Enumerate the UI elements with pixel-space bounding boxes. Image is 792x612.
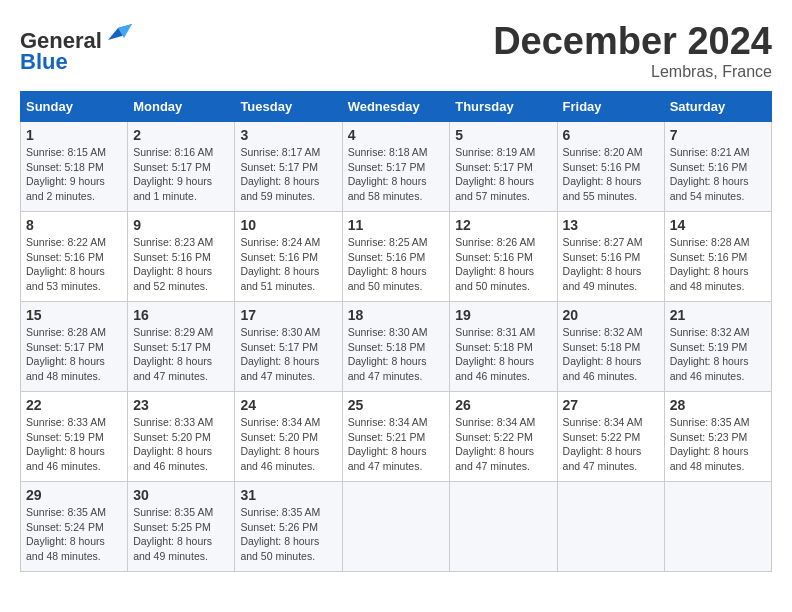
- day-info: Sunrise: 8:34 AMSunset: 5:22 PMDaylight:…: [563, 415, 659, 474]
- day-number: 26: [455, 397, 551, 413]
- day-info: Sunrise: 8:31 AMSunset: 5:18 PMDaylight:…: [455, 325, 551, 384]
- day-info: Sunrise: 8:28 AMSunset: 5:17 PMDaylight:…: [26, 325, 122, 384]
- page-header: General Blue December 2024 Lembras, Fran…: [20, 20, 772, 81]
- day-info: Sunrise: 8:33 AMSunset: 5:19 PMDaylight:…: [26, 415, 122, 474]
- day-number: 20: [563, 307, 659, 323]
- day-cell-28: 28Sunrise: 8:35 AMSunset: 5:23 PMDayligh…: [664, 392, 771, 482]
- empty-cell: [450, 482, 557, 572]
- day-info: Sunrise: 8:30 AMSunset: 5:18 PMDaylight:…: [348, 325, 445, 384]
- day-info: Sunrise: 8:15 AMSunset: 5:18 PMDaylight:…: [26, 145, 122, 204]
- day-number: 27: [563, 397, 659, 413]
- day-cell-4: 4Sunrise: 8:18 AMSunset: 5:17 PMDaylight…: [342, 122, 450, 212]
- day-cell-23: 23Sunrise: 8:33 AMSunset: 5:20 PMDayligh…: [128, 392, 235, 482]
- day-number: 1: [26, 127, 122, 143]
- day-info: Sunrise: 8:33 AMSunset: 5:20 PMDaylight:…: [133, 415, 229, 474]
- calendar: SundayMondayTuesdayWednesdayThursdayFrid…: [20, 91, 772, 572]
- header-thursday: Thursday: [450, 92, 557, 122]
- day-number: 3: [240, 127, 336, 143]
- day-cell-8: 8Sunrise: 8:22 AMSunset: 5:16 PMDaylight…: [21, 212, 128, 302]
- day-cell-15: 15Sunrise: 8:28 AMSunset: 5:17 PMDayligh…: [21, 302, 128, 392]
- header-saturday: Saturday: [664, 92, 771, 122]
- day-cell-22: 22Sunrise: 8:33 AMSunset: 5:19 PMDayligh…: [21, 392, 128, 482]
- day-info: Sunrise: 8:27 AMSunset: 5:16 PMDaylight:…: [563, 235, 659, 294]
- day-info: Sunrise: 8:34 AMSunset: 5:22 PMDaylight:…: [455, 415, 551, 474]
- calendar-week-4: 22Sunrise: 8:33 AMSunset: 5:19 PMDayligh…: [21, 392, 772, 482]
- day-number: 29: [26, 487, 122, 503]
- header-wednesday: Wednesday: [342, 92, 450, 122]
- day-number: 5: [455, 127, 551, 143]
- day-info: Sunrise: 8:24 AMSunset: 5:16 PMDaylight:…: [240, 235, 336, 294]
- calendar-week-5: 29Sunrise: 8:35 AMSunset: 5:24 PMDayligh…: [21, 482, 772, 572]
- day-cell-1: 1Sunrise: 8:15 AMSunset: 5:18 PMDaylight…: [21, 122, 128, 212]
- day-info: Sunrise: 8:34 AMSunset: 5:21 PMDaylight:…: [348, 415, 445, 474]
- day-number: 2: [133, 127, 229, 143]
- day-number: 16: [133, 307, 229, 323]
- day-number: 6: [563, 127, 659, 143]
- day-cell-7: 7Sunrise: 8:21 AMSunset: 5:16 PMDaylight…: [664, 122, 771, 212]
- calendar-week-3: 15Sunrise: 8:28 AMSunset: 5:17 PMDayligh…: [21, 302, 772, 392]
- logo-bird-icon: [104, 20, 132, 48]
- day-cell-24: 24Sunrise: 8:34 AMSunset: 5:20 PMDayligh…: [235, 392, 342, 482]
- day-info: Sunrise: 8:35 AMSunset: 5:24 PMDaylight:…: [26, 505, 122, 564]
- day-info: Sunrise: 8:23 AMSunset: 5:16 PMDaylight:…: [133, 235, 229, 294]
- day-info: Sunrise: 8:32 AMSunset: 5:18 PMDaylight:…: [563, 325, 659, 384]
- day-number: 31: [240, 487, 336, 503]
- day-number: 10: [240, 217, 336, 233]
- day-number: 13: [563, 217, 659, 233]
- day-cell-9: 9Sunrise: 8:23 AMSunset: 5:16 PMDaylight…: [128, 212, 235, 302]
- calendar-week-1: 1Sunrise: 8:15 AMSunset: 5:18 PMDaylight…: [21, 122, 772, 212]
- day-cell-20: 20Sunrise: 8:32 AMSunset: 5:18 PMDayligh…: [557, 302, 664, 392]
- day-info: Sunrise: 8:32 AMSunset: 5:19 PMDaylight:…: [670, 325, 766, 384]
- day-info: Sunrise: 8:35 AMSunset: 5:25 PMDaylight:…: [133, 505, 229, 564]
- day-info: Sunrise: 8:35 AMSunset: 5:23 PMDaylight:…: [670, 415, 766, 474]
- header-sunday: Sunday: [21, 92, 128, 122]
- day-info: Sunrise: 8:35 AMSunset: 5:26 PMDaylight:…: [240, 505, 336, 564]
- day-info: Sunrise: 8:29 AMSunset: 5:17 PMDaylight:…: [133, 325, 229, 384]
- day-info: Sunrise: 8:21 AMSunset: 5:16 PMDaylight:…: [670, 145, 766, 204]
- day-cell-2: 2Sunrise: 8:16 AMSunset: 5:17 PMDaylight…: [128, 122, 235, 212]
- calendar-header-row: SundayMondayTuesdayWednesdayThursdayFrid…: [21, 92, 772, 122]
- day-info: Sunrise: 8:20 AMSunset: 5:16 PMDaylight:…: [563, 145, 659, 204]
- day-cell-18: 18Sunrise: 8:30 AMSunset: 5:18 PMDayligh…: [342, 302, 450, 392]
- day-info: Sunrise: 8:22 AMSunset: 5:16 PMDaylight:…: [26, 235, 122, 294]
- day-number: 28: [670, 397, 766, 413]
- day-cell-29: 29Sunrise: 8:35 AMSunset: 5:24 PMDayligh…: [21, 482, 128, 572]
- day-cell-16: 16Sunrise: 8:29 AMSunset: 5:17 PMDayligh…: [128, 302, 235, 392]
- day-cell-17: 17Sunrise: 8:30 AMSunset: 5:17 PMDayligh…: [235, 302, 342, 392]
- day-info: Sunrise: 8:34 AMSunset: 5:20 PMDaylight:…: [240, 415, 336, 474]
- day-cell-21: 21Sunrise: 8:32 AMSunset: 5:19 PMDayligh…: [664, 302, 771, 392]
- day-number: 21: [670, 307, 766, 323]
- day-cell-26: 26Sunrise: 8:34 AMSunset: 5:22 PMDayligh…: [450, 392, 557, 482]
- day-number: 8: [26, 217, 122, 233]
- day-info: Sunrise: 8:28 AMSunset: 5:16 PMDaylight:…: [670, 235, 766, 294]
- day-cell-6: 6Sunrise: 8:20 AMSunset: 5:16 PMDaylight…: [557, 122, 664, 212]
- day-cell-30: 30Sunrise: 8:35 AMSunset: 5:25 PMDayligh…: [128, 482, 235, 572]
- day-cell-25: 25Sunrise: 8:34 AMSunset: 5:21 PMDayligh…: [342, 392, 450, 482]
- day-number: 9: [133, 217, 229, 233]
- day-number: 22: [26, 397, 122, 413]
- day-number: 12: [455, 217, 551, 233]
- day-number: 4: [348, 127, 445, 143]
- empty-cell: [342, 482, 450, 572]
- header-friday: Friday: [557, 92, 664, 122]
- day-number: 24: [240, 397, 336, 413]
- day-number: 14: [670, 217, 766, 233]
- empty-cell: [557, 482, 664, 572]
- empty-cell: [664, 482, 771, 572]
- day-cell-13: 13Sunrise: 8:27 AMSunset: 5:16 PMDayligh…: [557, 212, 664, 302]
- day-info: Sunrise: 8:25 AMSunset: 5:16 PMDaylight:…: [348, 235, 445, 294]
- location: Lembras, France: [493, 63, 772, 81]
- day-cell-19: 19Sunrise: 8:31 AMSunset: 5:18 PMDayligh…: [450, 302, 557, 392]
- day-cell-11: 11Sunrise: 8:25 AMSunset: 5:16 PMDayligh…: [342, 212, 450, 302]
- day-info: Sunrise: 8:18 AMSunset: 5:17 PMDaylight:…: [348, 145, 445, 204]
- day-number: 15: [26, 307, 122, 323]
- day-number: 30: [133, 487, 229, 503]
- logo: General Blue: [20, 20, 132, 75]
- day-cell-10: 10Sunrise: 8:24 AMSunset: 5:16 PMDayligh…: [235, 212, 342, 302]
- day-info: Sunrise: 8:17 AMSunset: 5:17 PMDaylight:…: [240, 145, 336, 204]
- day-info: Sunrise: 8:30 AMSunset: 5:17 PMDaylight:…: [240, 325, 336, 384]
- day-cell-27: 27Sunrise: 8:34 AMSunset: 5:22 PMDayligh…: [557, 392, 664, 482]
- day-cell-12: 12Sunrise: 8:26 AMSunset: 5:16 PMDayligh…: [450, 212, 557, 302]
- day-number: 19: [455, 307, 551, 323]
- day-number: 18: [348, 307, 445, 323]
